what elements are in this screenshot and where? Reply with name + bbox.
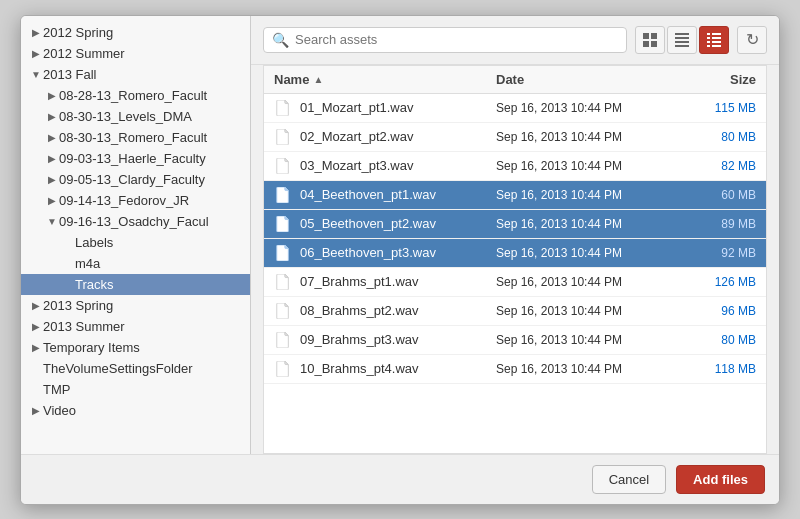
file-date: Sep 16, 2013 10:44 PM: [496, 246, 676, 260]
triangle-icon: ▶: [45, 132, 59, 143]
add-files-button[interactable]: Add files: [676, 465, 765, 494]
sidebar-item-08-30-13-romero2[interactable]: ▶ 08-30-13_Romero_Facult: [21, 127, 250, 148]
table-row[interactable]: 02_Mozart_pt2.wav Sep 16, 2013 10:44 PM …: [264, 123, 766, 152]
sidebar-item-video[interactable]: ▶ Video: [21, 400, 250, 421]
triangle-icon: ▼: [45, 216, 59, 227]
sidebar-item-2013-fall[interactable]: ▼ 2013 Fall: [21, 64, 250, 85]
sidebar-item-09-14-13-fedorov[interactable]: ▶ 09-14-13_Fedorov_JR: [21, 190, 250, 211]
sidebar-item-2013-summer[interactable]: ▶ 2013 Summer: [21, 316, 250, 337]
svg-rect-0: [643, 33, 649, 39]
file-size: 96 MB: [676, 304, 756, 318]
triangle-icon: ▼: [29, 69, 43, 80]
file-icon: [274, 273, 292, 291]
table-row[interactable]: 04_Beethoven_pt1.wav Sep 16, 2013 10:44 …: [264, 181, 766, 210]
sidebar-item-tracks[interactable]: Tracks: [21, 274, 250, 295]
file-size: 118 MB: [676, 362, 756, 376]
sidebar-item-tmp[interactable]: TMP: [21, 379, 250, 400]
file-size: 60 MB: [676, 188, 756, 202]
file-size: 92 MB: [676, 246, 756, 260]
sidebar-item-label: 2013 Spring: [43, 298, 242, 313]
table-row[interactable]: 08_Brahms_pt2.wav Sep 16, 2013 10:44 PM …: [264, 297, 766, 326]
table-row[interactable]: 07_Brahms_pt1.wav Sep 16, 2013 10:44 PM …: [264, 268, 766, 297]
file-name: 07_Brahms_pt1.wav: [300, 274, 496, 289]
file-name: 03_Mozart_pt3.wav: [300, 158, 496, 173]
view-grid-button[interactable]: [635, 26, 665, 54]
sidebar-item-label: 2013 Summer: [43, 319, 242, 334]
triangle-icon: ▶: [29, 27, 43, 38]
triangle-icon: ▶: [45, 90, 59, 101]
sidebar-item-09-05-13-clardy[interactable]: ▶ 09-05-13_Clardy_Faculty: [21, 169, 250, 190]
sidebar-item-08-28-13-romero[interactable]: ▶ 08-28-13_Romero_Facult: [21, 85, 250, 106]
table-row[interactable]: 03_Mozart_pt3.wav Sep 16, 2013 10:44 PM …: [264, 152, 766, 181]
sidebar-item-label: 2012 Spring: [43, 25, 242, 40]
sidebar-item-2012-spring[interactable]: ▶ 2012 Spring: [21, 22, 250, 43]
file-name: 06_Beethoven_pt3.wav: [300, 245, 496, 260]
svg-rect-1: [651, 33, 657, 39]
toolbar: 🔍 ↻: [251, 16, 779, 65]
header-size[interactable]: Size: [676, 72, 756, 87]
table-row[interactable]: 09_Brahms_pt3.wav Sep 16, 2013 10:44 PM …: [264, 326, 766, 355]
file-date: Sep 16, 2013 10:44 PM: [496, 362, 676, 376]
view-detail-button[interactable]: [699, 26, 729, 54]
file-name: 10_Brahms_pt4.wav: [300, 361, 496, 376]
file-date: Sep 16, 2013 10:44 PM: [496, 304, 676, 318]
file-size: 80 MB: [676, 333, 756, 347]
file-size: 80 MB: [676, 130, 756, 144]
table-row[interactable]: 05_Beethoven_pt2.wav Sep 16, 2013 10:44 …: [264, 210, 766, 239]
file-name: 05_Beethoven_pt2.wav: [300, 216, 496, 231]
sidebar-item-temporary-items[interactable]: ▶ Temporary Items: [21, 337, 250, 358]
search-box[interactable]: 🔍: [263, 27, 627, 53]
svg-rect-7: [675, 45, 689, 47]
svg-rect-5: [675, 37, 689, 39]
table-row[interactable]: 01_Mozart_pt1.wav Sep 16, 2013 10:44 PM …: [264, 94, 766, 123]
sort-arrow: ▲: [313, 74, 323, 85]
file-date: Sep 16, 2013 10:44 PM: [496, 217, 676, 231]
header-date[interactable]: Date: [496, 72, 676, 87]
sidebar-item-volume-settings[interactable]: TheVolumeSettingsFolder: [21, 358, 250, 379]
refresh-button[interactable]: ↻: [737, 26, 767, 54]
triangle-icon: ▶: [45, 153, 59, 164]
header-name[interactable]: Name ▲: [274, 72, 496, 87]
svg-rect-10: [707, 37, 710, 39]
sidebar-item-label: 08-30-13_Romero_Facult: [59, 130, 242, 145]
main-content: 🔍 ↻: [251, 16, 779, 454]
file-picker-dialog: ▶ 2012 Spring ▶ 2012 Summer ▼ 2013 Fall …: [20, 15, 780, 505]
sidebar: ▶ 2012 Spring ▶ 2012 Summer ▼ 2013 Fall …: [21, 16, 251, 454]
table-row[interactable]: 10_Brahms_pt4.wav Sep 16, 2013 10:44 PM …: [264, 355, 766, 384]
svg-rect-9: [712, 33, 721, 35]
file-icon: [274, 244, 292, 262]
sidebar-item-09-03-13-haerle[interactable]: ▶ 09-03-13_Haerle_Faculty: [21, 148, 250, 169]
file-name: 09_Brahms_pt3.wav: [300, 332, 496, 347]
cancel-button[interactable]: Cancel: [592, 465, 666, 494]
triangle-icon: ▶: [29, 48, 43, 59]
sidebar-item-m4a[interactable]: m4a: [21, 253, 250, 274]
file-date: Sep 16, 2013 10:44 PM: [496, 130, 676, 144]
file-list: Name ▲ Date Size 01_Mozart_pt1.wav Sep 1…: [263, 65, 767, 454]
sidebar-item-08-30-13-levels[interactable]: ▶ 08-30-13_Levels_DMA: [21, 106, 250, 127]
sidebar-item-label: 09-16-13_Osadchy_Facul: [59, 214, 242, 229]
file-size: 126 MB: [676, 275, 756, 289]
sidebar-item-label: 09-05-13_Clardy_Faculty: [59, 172, 242, 187]
triangle-icon: ▶: [45, 111, 59, 122]
triangle-icon: ▶: [29, 405, 43, 416]
table-row[interactable]: 06_Beethoven_pt3.wav Sep 16, 2013 10:44 …: [264, 239, 766, 268]
search-input[interactable]: [295, 32, 618, 47]
file-date: Sep 16, 2013 10:44 PM: [496, 275, 676, 289]
file-name: 01_Mozart_pt1.wav: [300, 100, 496, 115]
sidebar-item-09-16-13-osadchy[interactable]: ▼ 09-16-13_Osadchy_Facul: [21, 211, 250, 232]
file-icon: [274, 186, 292, 204]
file-icon: [274, 215, 292, 233]
file-date: Sep 16, 2013 10:44 PM: [496, 188, 676, 202]
file-icon: [274, 128, 292, 146]
sidebar-item-label: 09-14-13_Fedorov_JR: [59, 193, 242, 208]
sidebar-item-2012-summer[interactable]: ▶ 2012 Summer: [21, 43, 250, 64]
file-icon: [274, 157, 292, 175]
svg-rect-8: [707, 33, 710, 35]
sidebar-item-2013-spring[interactable]: ▶ 2013 Spring: [21, 295, 250, 316]
sidebar-item-label: 08-28-13_Romero_Facult: [59, 88, 242, 103]
view-list-button[interactable]: [667, 26, 697, 54]
sidebar-item-labels[interactable]: Labels: [21, 232, 250, 253]
svg-rect-15: [712, 45, 721, 47]
file-name: 02_Mozart_pt2.wav: [300, 129, 496, 144]
sidebar-item-label: 08-30-13_Levels_DMA: [59, 109, 242, 124]
